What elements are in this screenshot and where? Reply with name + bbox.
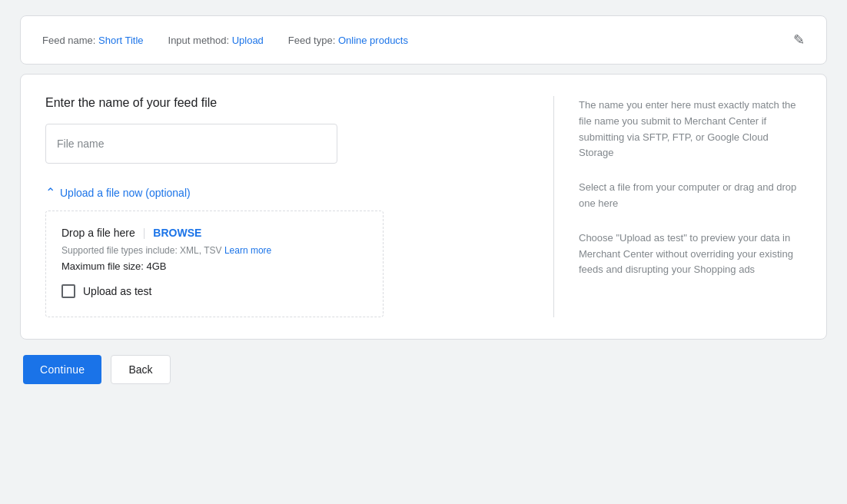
learn-more-link[interactable]: Learn more — [224, 245, 271, 256]
info-card-fields: Feed name: Short Title Input method: Upl… — [42, 35, 408, 46]
feed-name-value: Short Title — [98, 35, 144, 46]
drop-divider: | — [143, 227, 146, 239]
file-name-hint-block: The name you enter here must exactly mat… — [579, 98, 802, 161]
upload-as-test-row: Upload as test — [61, 284, 367, 298]
continue-button[interactable]: Continue — [23, 355, 101, 384]
upload-toggle[interactable]: ⌃ Upload a file now (optional) — [45, 185, 529, 200]
upload-hint-1: Select a file from your computer or drag… — [579, 180, 802, 212]
upload-as-test-label: Upload as test — [83, 285, 152, 297]
supported-types: Supported file types include: XML, TSV L… — [61, 245, 367, 256]
back-button[interactable]: Back — [111, 355, 170, 384]
input-method-field: Input method: Upload — [168, 35, 264, 46]
section-title: Enter the name of your feed file — [45, 96, 529, 110]
upload-toggle-label: Upload a file now (optional) — [60, 187, 191, 199]
feed-name-field: Feed name: Short Title — [42, 35, 144, 46]
main-card: Enter the name of your feed file ⌃ Uploa… — [20, 74, 827, 340]
browse-button[interactable]: BROWSE — [153, 227, 201, 239]
upload-hint-2-block: Choose "Upload as test" to preview your … — [579, 230, 802, 278]
buttons-row: Continue Back — [20, 355, 827, 384]
drop-zone[interactable]: Drop a file here | BROWSE Supported file… — [45, 211, 384, 317]
right-panel: The name you enter here must exactly mat… — [579, 96, 802, 317]
file-name-input[interactable] — [45, 124, 337, 164]
vertical-divider — [553, 96, 554, 317]
info-card: Feed name: Short Title Input method: Upl… — [20, 15, 827, 65]
chevron-up-icon: ⌃ — [45, 185, 55, 200]
input-method-value: Upload — [232, 35, 264, 46]
upload-hint-2: Choose "Upload as test" to preview your … — [579, 230, 802, 278]
edit-icon[interactable]: ✎ — [793, 32, 805, 48]
feed-type-value: Online products — [338, 35, 408, 46]
drop-text: Drop a file here — [61, 227, 135, 239]
upload-hint-1-block: Select a file from your computer or drag… — [579, 180, 802, 212]
max-size-text: Maximum file size: 4GB — [61, 260, 367, 272]
feed-type-field: Feed type: Online products — [288, 35, 408, 46]
file-name-hint: The name you enter here must exactly mat… — [579, 98, 802, 161]
drop-zone-top: Drop a file here | BROWSE — [61, 227, 367, 239]
upload-as-test-checkbox[interactable] — [61, 284, 75, 298]
upload-section: ⌃ Upload a file now (optional) Drop a fi… — [45, 185, 529, 317]
